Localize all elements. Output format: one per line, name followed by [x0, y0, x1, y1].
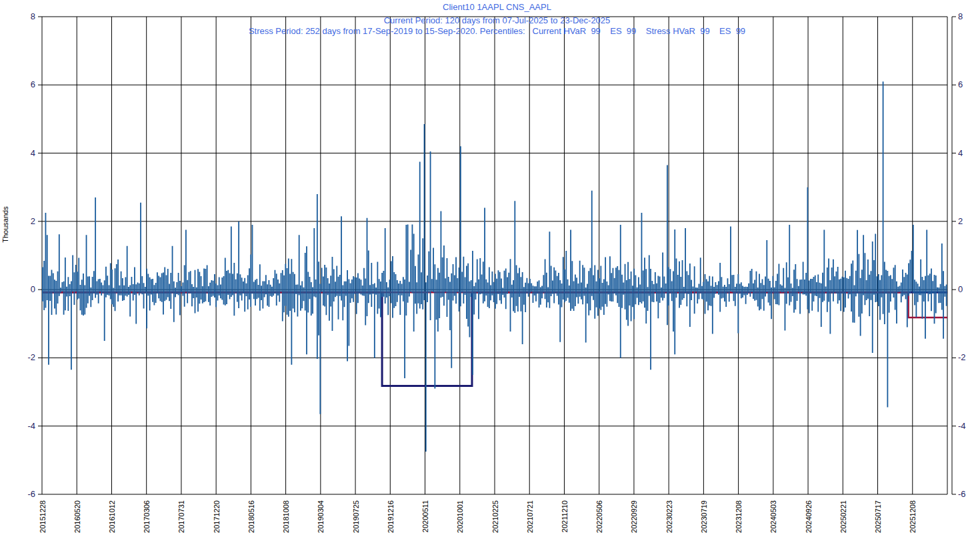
x-tick-label: 20210721 — [526, 500, 534, 533]
y-tick-label-right: 2 — [958, 216, 963, 226]
x-tick-label: 20220929 — [630, 500, 638, 533]
x-tick-label: 20171220 — [213, 500, 221, 533]
x-tick-label: 20211210 — [561, 500, 569, 532]
x-tick-label: 20190304 — [317, 500, 325, 533]
x-tick-label: 20250717 — [874, 500, 882, 533]
x-tick-label: 20220506 — [595, 500, 603, 533]
x-tick-label: 20201001 — [456, 500, 464, 533]
x-tick-label: 20240926 — [805, 500, 813, 533]
y-tick-label-left: -6 — [27, 489, 35, 499]
grid — [38, 17, 956, 494]
stress-period-subtitle: Stress Period: 252 days from 17-Sep-2019… — [42, 26, 952, 36]
y-tick-label-right: 0 — [958, 284, 963, 294]
y-tick-label-right: -6 — [958, 489, 966, 499]
x-tick-label: 20191216 — [387, 500, 395, 533]
x-tick-label: 20230719 — [700, 500, 708, 533]
x-tick-label: 20170306 — [143, 500, 151, 533]
chart-title: Client10 1AAPL CNS_AAPL — [42, 2, 952, 12]
y-tick-label-left: -2 — [27, 352, 35, 362]
y-tick-label-left: 6 — [31, 79, 35, 89]
y-tick-label-left: 2 — [31, 216, 35, 226]
x-tick-label: 20160520 — [73, 500, 81, 533]
x-tick-label: 20250221 — [839, 500, 847, 533]
var-backtest-chart: 8866442200-2-2-4-4-6-6201512282016052020… — [0, 0, 980, 547]
y-tick-label-left: -4 — [27, 421, 35, 431]
y-tick-label-right: -2 — [958, 352, 966, 362]
x-tick-label: 20231208 — [735, 500, 743, 533]
y-tick-label-right: 8 — [958, 11, 963, 21]
x-tick-label: 20200511 — [421, 500, 429, 532]
x-tick-label: 20240503 — [769, 500, 777, 533]
x-tick-label: 20180516 — [247, 500, 255, 533]
x-tick-label: 20230223 — [665, 500, 673, 533]
plot-area: 8866442200-2-2-4-4-6-6201512282016052020… — [0, 0, 980, 547]
current-period-subtitle: Current Period: 120 days from 07-Jul-202… — [42, 15, 952, 25]
y-tick-label-left: 0 — [31, 284, 35, 294]
y-tick-label-right: 4 — [958, 148, 963, 158]
x-tick-label: 20170731 — [177, 500, 185, 533]
y-tick-label-left: 8 — [31, 11, 35, 21]
x-tick-label: 20151228 — [39, 500, 47, 533]
x-tick-label: 20181008 — [282, 500, 290, 533]
x-tick-label: 20210225 — [491, 500, 499, 533]
y-tick-label-right: -4 — [958, 421, 966, 431]
x-tick-label: 20251208 — [909, 500, 917, 533]
y-tick-label-right: 6 — [958, 79, 963, 89]
x-tick-label: 20190725 — [352, 500, 360, 533]
y-tick-label-left: 4 — [31, 148, 35, 158]
x-tick-label: 20161012 — [108, 500, 116, 533]
